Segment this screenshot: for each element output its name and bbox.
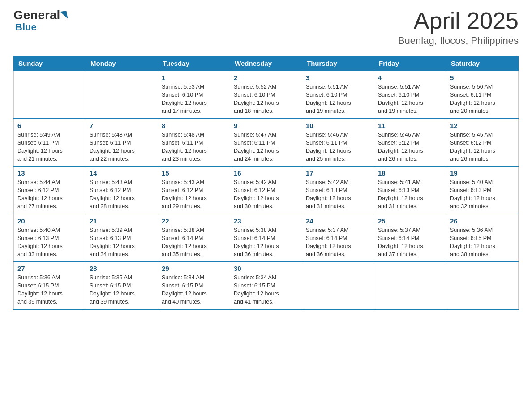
day-number: 22 [162,217,226,225]
day-info: Sunrise: 5:46 AMSunset: 6:11 PMDaylight:… [306,131,370,163]
day-info: Sunrise: 5:46 AMSunset: 6:12 PMDaylight:… [378,131,442,163]
day-number: 27 [17,265,82,272]
calendar-cell: 1Sunrise: 5:53 AMSunset: 6:10 PMDaylight… [158,71,230,119]
day-info: Sunrise: 5:52 AMSunset: 6:10 PMDaylight:… [234,83,298,116]
calendar-header-saturday: Saturday [446,56,519,71]
calendar-cell: 2Sunrise: 5:52 AMSunset: 6:10 PMDaylight… [230,71,302,119]
calendar-cell: 25Sunrise: 5:37 AMSunset: 6:14 PMDayligh… [374,214,446,262]
calendar-cell: 21Sunrise: 5:39 AMSunset: 6:13 PMDayligh… [86,214,158,262]
day-number: 2 [234,74,298,81]
day-number: 16 [234,169,298,177]
day-info: Sunrise: 5:43 AMSunset: 6:12 PMDaylight:… [162,178,226,211]
day-info: Sunrise: 5:38 AMSunset: 6:14 PMDaylight:… [162,226,226,259]
day-info: Sunrise: 5:37 AMSunset: 6:14 PMDaylight:… [378,226,442,259]
day-info: Sunrise: 5:50 AMSunset: 6:11 PMDaylight:… [450,83,515,116]
calendar-cell: 30Sunrise: 5:34 AMSunset: 6:15 PMDayligh… [230,261,302,309]
day-number: 12 [450,122,515,129]
calendar-header-row: SundayMondayTuesdayWednesdayThursdayFrid… [14,56,519,71]
day-info: Sunrise: 5:38 AMSunset: 6:14 PMDaylight:… [234,226,298,259]
day-info: Sunrise: 5:40 AMSunset: 6:13 PMDaylight:… [17,226,82,259]
calendar-week-row: 20Sunrise: 5:40 AMSunset: 6:13 PMDayligh… [14,214,519,262]
calendar-cell: 12Sunrise: 5:45 AMSunset: 6:12 PMDayligh… [446,119,519,167]
calendar-cell: 13Sunrise: 5:44 AMSunset: 6:12 PMDayligh… [14,166,86,214]
calendar-cell: 9Sunrise: 5:47 AMSunset: 6:11 PMDaylight… [230,119,302,167]
calendar-cell: 23Sunrise: 5:38 AMSunset: 6:14 PMDayligh… [230,214,302,262]
logo-arrow-icon [60,11,68,20]
calendar-header-tuesday: Tuesday [158,56,230,71]
calendar-cell [14,71,86,119]
day-number: 20 [17,217,82,225]
calendar-cell: 16Sunrise: 5:42 AMSunset: 6:12 PMDayligh… [230,166,302,214]
day-number: 30 [234,265,298,272]
day-info: Sunrise: 5:42 AMSunset: 6:12 PMDaylight:… [234,178,298,211]
day-number: 28 [90,265,154,272]
day-number: 5 [450,74,515,81]
day-info: Sunrise: 5:34 AMSunset: 6:15 PMDaylight:… [234,274,298,306]
day-number: 10 [306,122,370,129]
calendar-cell [86,71,158,119]
logo: General Blue [13,9,67,33]
day-number: 7 [90,122,154,129]
day-number: 11 [378,122,442,129]
calendar-cell: 24Sunrise: 5:37 AMSunset: 6:14 PMDayligh… [302,214,374,262]
day-number: 6 [17,122,82,129]
location-title: Buenlag, Ilocos, Philippines [398,35,519,47]
day-info: Sunrise: 5:43 AMSunset: 6:12 PMDaylight:… [90,178,154,211]
calendar-cell: 14Sunrise: 5:43 AMSunset: 6:12 PMDayligh… [86,166,158,214]
title-section: April 2025 Buenlag, Ilocos, Philippines [398,9,519,47]
day-info: Sunrise: 5:37 AMSunset: 6:14 PMDaylight:… [306,226,370,259]
logo-blue-text: Blue [15,21,37,33]
calendar-cell [446,261,519,309]
day-info: Sunrise: 5:39 AMSunset: 6:13 PMDaylight:… [90,226,154,259]
day-info: Sunrise: 5:35 AMSunset: 6:15 PMDaylight:… [90,274,154,306]
calendar-header-thursday: Thursday [302,56,374,71]
day-number: 15 [162,169,226,177]
calendar-cell: 17Sunrise: 5:42 AMSunset: 6:13 PMDayligh… [302,166,374,214]
calendar-cell: 19Sunrise: 5:40 AMSunset: 6:13 PMDayligh… [446,166,519,214]
calendar-header-monday: Monday [86,56,158,71]
calendar-week-row: 13Sunrise: 5:44 AMSunset: 6:12 PMDayligh… [14,166,519,214]
calendar-cell: 5Sunrise: 5:50 AMSunset: 6:11 PMDaylight… [446,71,519,119]
calendar-header-sunday: Sunday [14,56,86,71]
calendar-header-wednesday: Wednesday [230,56,302,71]
day-info: Sunrise: 5:51 AMSunset: 6:10 PMDaylight:… [306,83,370,116]
day-info: Sunrise: 5:36 AMSunset: 6:15 PMDaylight:… [17,274,82,306]
day-number: 9 [234,122,298,129]
day-info: Sunrise: 5:51 AMSunset: 6:10 PMDaylight:… [378,83,442,116]
day-info: Sunrise: 5:36 AMSunset: 6:15 PMDaylight:… [450,226,515,259]
calendar-cell: 8Sunrise: 5:48 AMSunset: 6:11 PMDaylight… [158,119,230,167]
calendar-cell [302,261,374,309]
calendar-cell: 20Sunrise: 5:40 AMSunset: 6:13 PMDayligh… [14,214,86,262]
calendar-cell [374,261,446,309]
day-number: 3 [306,74,370,81]
day-number: 1 [162,74,226,81]
calendar-week-row: 27Sunrise: 5:36 AMSunset: 6:15 PMDayligh… [14,261,519,309]
day-info: Sunrise: 5:53 AMSunset: 6:10 PMDaylight:… [162,83,226,116]
calendar-header-friday: Friday [374,56,446,71]
day-info: Sunrise: 5:47 AMSunset: 6:11 PMDaylight:… [234,131,298,163]
logo-general-text: General [13,9,60,21]
calendar-cell: 27Sunrise: 5:36 AMSunset: 6:15 PMDayligh… [14,261,86,309]
calendar-cell: 18Sunrise: 5:41 AMSunset: 6:13 PMDayligh… [374,166,446,214]
day-number: 19 [450,169,515,177]
day-info: Sunrise: 5:45 AMSunset: 6:12 PMDaylight:… [450,131,515,163]
calendar-week-row: 6Sunrise: 5:49 AMSunset: 6:11 PMDaylight… [14,119,519,167]
day-info: Sunrise: 5:40 AMSunset: 6:13 PMDaylight:… [450,178,515,211]
calendar-cell: 11Sunrise: 5:46 AMSunset: 6:12 PMDayligh… [374,119,446,167]
calendar-cell: 6Sunrise: 5:49 AMSunset: 6:11 PMDaylight… [14,119,86,167]
calendar-cell: 3Sunrise: 5:51 AMSunset: 6:10 PMDaylight… [302,71,374,119]
calendar-cell: 4Sunrise: 5:51 AMSunset: 6:10 PMDaylight… [374,71,446,119]
day-info: Sunrise: 5:44 AMSunset: 6:12 PMDaylight:… [17,178,82,211]
page-header: General Blue April 2025 Buenlag, Ilocos,… [13,9,519,47]
day-number: 26 [450,217,515,225]
day-number: 29 [162,265,226,272]
calendar-cell: 15Sunrise: 5:43 AMSunset: 6:12 PMDayligh… [158,166,230,214]
calendar-cell: 22Sunrise: 5:38 AMSunset: 6:14 PMDayligh… [158,214,230,262]
day-number: 21 [90,217,154,225]
day-number: 4 [378,74,442,81]
day-number: 14 [90,169,154,177]
day-number: 13 [17,169,82,177]
day-number: 23 [234,217,298,225]
calendar-week-row: 1Sunrise: 5:53 AMSunset: 6:10 PMDaylight… [14,71,519,119]
day-number: 8 [162,122,226,129]
